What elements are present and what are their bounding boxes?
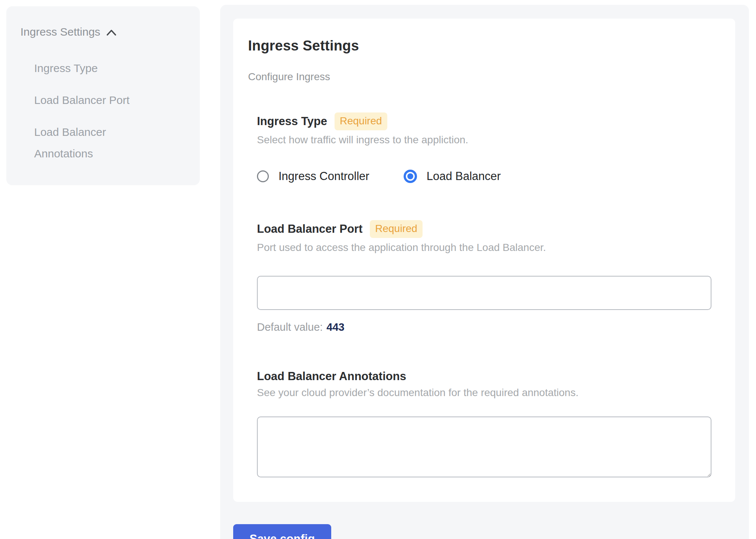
page-title: Ingress Settings: [248, 38, 711, 54]
page-subtitle: Configure Ingress: [248, 71, 711, 83]
settings-sections: Ingress Type Required Select how traffic…: [257, 112, 711, 477]
radio-option-load-balancer[interactable]: Load Balancer: [404, 170, 501, 183]
radio-label-load-balancer[interactable]: Load Balancer: [427, 170, 501, 183]
lb-annotations-description: See your cloud provider’s documentation …: [257, 387, 711, 399]
ingress-settings-card: Ingress Settings Configure Ingress Ingre…: [233, 19, 735, 502]
lb-annotations-label-row: Load Balancer Annotations: [257, 370, 711, 383]
ingress-type-section: Ingress Type Required Select how traffic…: [257, 112, 711, 183]
lb-annotations-label: Load Balancer Annotations: [257, 370, 406, 383]
default-value-label: Default value:: [257, 321, 323, 333]
default-value-line: Default value:443: [257, 321, 711, 333]
settings-nav-sidebar: Ingress Settings Ingress Type Load Balan…: [6, 6, 200, 185]
ingress-type-label-row: Ingress Type Required: [257, 112, 711, 130]
load-balancer-annotations-section: Load Balancer Annotations See your cloud…: [257, 370, 711, 477]
sidebar-section-label: Ingress Settings: [20, 26, 100, 38]
load-balancer-port-section: Load Balancer Port Required Port used to…: [257, 220, 711, 333]
ingress-type-label: Ingress Type: [257, 115, 327, 128]
chevron-up-icon[interactable]: [106, 28, 117, 36]
required-badge: Required: [335, 112, 387, 130]
radio-dot: [407, 173, 413, 179]
sidebar-item-load-balancer-annotations[interactable]: Load Balancer Annotations: [34, 121, 157, 164]
radio-selected-icon[interactable]: [404, 170, 417, 183]
sidebar-item-ingress-type[interactable]: Ingress Type: [34, 58, 157, 79]
radio-option-ingress-controller[interactable]: Ingress Controller: [257, 170, 369, 183]
load-balancer-annotations-textarea[interactable]: [257, 416, 711, 477]
sidebar-section-toggle[interactable]: Ingress Settings: [20, 26, 189, 38]
lb-port-label: Load Balancer Port: [257, 222, 362, 236]
ingress-type-radio-group: Ingress Controller Load Balancer: [257, 170, 711, 183]
lb-port-description: Port used to access the application thro…: [257, 242, 711, 254]
sidebar-item-load-balancer-port[interactable]: Load Balancer Port: [34, 89, 157, 111]
page: Ingress Settings Ingress Type Load Balan…: [0, 0, 756, 539]
save-config-button[interactable]: Save config: [233, 524, 331, 539]
ingress-type-description: Select how traffic will ingress to the a…: [257, 134, 711, 146]
radio-unselected-icon[interactable]: [257, 170, 269, 182]
required-badge: Required: [370, 220, 423, 238]
default-value: 443: [326, 321, 344, 333]
sidebar-item-list: Ingress Type Load Balancer Port Load Bal…: [34, 58, 189, 164]
lb-port-label-row: Load Balancer Port Required: [257, 220, 711, 238]
load-balancer-port-input[interactable]: [257, 276, 711, 310]
settings-main-panel: Ingress Settings Configure Ingress Ingre…: [220, 5, 749, 539]
radio-label-ingress-controller[interactable]: Ingress Controller: [278, 170, 369, 183]
